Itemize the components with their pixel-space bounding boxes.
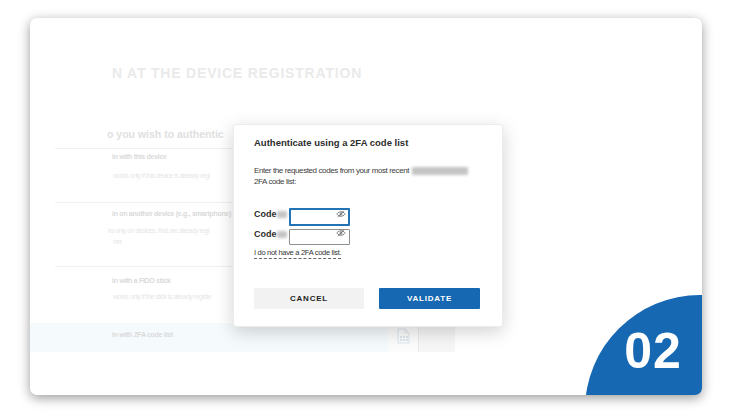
option-this-device-desc: works only if this device is already reg…	[113, 172, 210, 179]
option-this-device: in with this device	[112, 153, 167, 160]
step-badge-number: 02	[613, 326, 693, 376]
option-fido-stick-desc: works only if the stick is already regis…	[113, 293, 211, 300]
option-another-device-desc2: ner.	[113, 238, 122, 245]
eye-slash-icon[interactable]	[336, 228, 346, 238]
redacted-code-number-2	[277, 231, 287, 238]
dialog-body: Enter the requested codes from your most…	[254, 165, 488, 187]
screenshot-stage: N AT THE DEVICE REGISTRATION o you wish …	[0, 0, 733, 414]
cancel-button[interactable]: CANCEL	[254, 288, 364, 309]
validate-button[interactable]: VALIDATE	[379, 288, 480, 309]
code-field-2	[289, 225, 350, 241]
eye-slash-icon[interactable]	[336, 209, 346, 219]
code-field-1	[289, 205, 350, 223]
option-another-device: in on another device (e.g., smartphone)	[112, 210, 231, 217]
option-2fa-code-list: in with 2FA code list	[112, 331, 173, 338]
dialog-title: Authenticate using a 2FA code list	[254, 137, 408, 148]
code-list-icon-cell	[388, 323, 418, 352]
option-fido-stick: in with a FIDO stick	[112, 277, 171, 284]
code-list-icon	[397, 328, 410, 348]
2fa-dialog: Authenticate using a 2FA code list Enter…	[233, 124, 503, 327]
option-2fa-code-list-row	[30, 323, 388, 352]
dialog-body-line2: 2FA code list:	[254, 177, 296, 186]
page-title: N AT THE DEVICE REGISTRATION	[112, 65, 362, 81]
dialog-body-line1: Enter the requested codes from your most…	[254, 166, 409, 175]
no-code-list-link[interactable]: I do not have a 2FA code list.	[254, 248, 341, 259]
code-label-1: Code	[254, 209, 277, 219]
redacted-code-number-1	[277, 211, 287, 218]
code-label-2: Code	[254, 229, 277, 239]
auth-question: o you wish to authentic	[107, 128, 224, 140]
option-another-device-desc: ks only on devices, that are already reg…	[108, 227, 209, 234]
redacted-date	[412, 167, 468, 175]
adjacent-cell	[419, 323, 455, 352]
